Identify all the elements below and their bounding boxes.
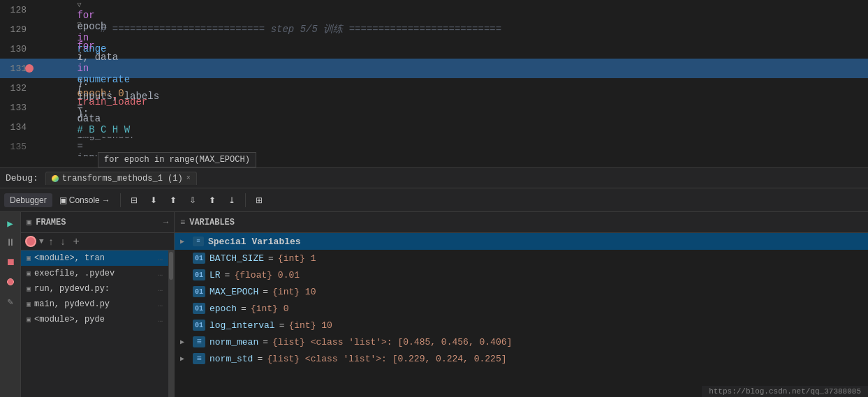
step-into-btn[interactable]: ⇩: [184, 193, 202, 207]
var-log-interval[interactable]: 01 log_interval = {int} 10: [175, 317, 868, 334]
breakpoints-btn[interactable]: [2, 274, 19, 290]
frames-area: ▣ <module>, tran … ▣ execfile, .pydev … …: [21, 250, 174, 397]
frame-text-0: <module>, tran: [34, 253, 105, 263]
var-norm-mean[interactable]: ▶ ≡ norm_mean = {list} <class 'list'>: […: [175, 334, 868, 350]
line-num-128: 128: [0, 5, 35, 15]
lr-type: 01: [193, 269, 205, 280]
step-down-icon: ⬇: [150, 195, 157, 205]
pause-btn[interactable]: ⏸: [2, 234, 19, 251]
frames-up-btn[interactable]: ↑: [47, 235, 56, 248]
logint-name: log_interval: [209, 320, 275, 331]
action-bar: ▶ ⏸ ⏹ ✎: [0, 212, 21, 397]
var-batch-size[interactable]: 01 BATCH_SIZE = {int} 1: [175, 250, 868, 267]
logint-value: {int} 10: [288, 320, 332, 331]
line-num-130: 130: [0, 44, 35, 54]
line-num-131: 131: [0, 63, 35, 74]
var-epoch[interactable]: 01 epoch = {int} 0: [175, 300, 868, 317]
frame-item-4[interactable]: ▣ <module>, pyde …: [21, 312, 168, 327]
mute-btn[interactable]: ✎: [2, 293, 19, 310]
stop-btn[interactable]: ⏹: [2, 254, 19, 271]
var-norm-std[interactable]: ▶ ≡ norm_std = {list} <class 'list'>: [0…: [175, 350, 868, 367]
special-vars-label: Special Variables: [208, 237, 301, 247]
special-variables-item[interactable]: ▶ ≡ Special Variables: [175, 233, 868, 250]
maxepoch-eq: =: [263, 287, 268, 297]
debug-label: Debug:: [6, 173, 38, 183]
frames-list: ▣ <module>, tran … ▣ execfile, .pydev … …: [21, 250, 168, 397]
breakpoint-131[interactable]: [25, 64, 34, 73]
frame-text-1: execfile, .pydev: [34, 269, 115, 278]
epoch-eq: =: [241, 304, 247, 314]
frame-item-0[interactable]: ▣ <module>, tran …: [21, 250, 168, 266]
variables-panel: ≡ Variables ▶ ≡ Special Variables 01 BAT…: [175, 212, 868, 397]
debug-panels: ▶ ⏸ ⏹ ✎ ▣ Frames → ▼ ↑ ↓ + ▣: [0, 212, 868, 397]
normmean-type: ≡: [193, 336, 205, 347]
epoch-type: 01: [193, 303, 205, 314]
fold-icon-131: ▽: [77, 20, 81, 29]
frame-icon-3: ▣: [27, 300, 31, 308]
frame-icon-1: ▣: [27, 269, 31, 278]
var-lr[interactable]: 01 LR = {float} 0.01: [175, 267, 868, 283]
frame-ellipsis-4: …: [158, 315, 163, 324]
variables-icon: ≡: [180, 218, 185, 227]
frame-text-4: <module>, pyde: [34, 315, 105, 324]
frame-icon-4: ▣: [27, 315, 31, 324]
normmean-expand: ▶: [180, 338, 189, 346]
frames-icon: ⊞: [256, 195, 263, 205]
debugger-label: Debugger: [10, 195, 47, 205]
frames-arrow: →: [163, 218, 168, 227]
frame-item-1[interactable]: ▣ execfile, .pydev …: [21, 266, 168, 281]
status-url: https://blog.csdn.net/qq_37388085: [709, 387, 861, 396]
frames-label: Frames: [36, 218, 66, 227]
step-out-btn[interactable]: ⬆: [203, 193, 221, 207]
frames-down-btn[interactable]: ↓: [59, 235, 68, 248]
code-line-134: 134: [0, 117, 868, 137]
line-num-133: 133: [0, 103, 35, 113]
add-frames-btn[interactable]: +: [71, 235, 82, 248]
eq-135: =: [77, 141, 89, 152]
frames-scrollbar[interactable]: [168, 250, 174, 397]
console-icon: ▣: [59, 195, 67, 205]
normmean-name: norm_mean: [209, 337, 258, 347]
frame-ellipsis-1: …: [158, 269, 163, 278]
step-over-btn[interactable]: ⊟: [125, 193, 143, 207]
frame-item-3[interactable]: ▣ main, pydevd.py …: [21, 297, 168, 312]
lr-value: {float} 0.01: [234, 270, 300, 280]
normmean-value: {list} <class 'list'>: [0.485, 0.456, 0.…: [272, 337, 512, 347]
vars-i-data: i, data: [77, 52, 124, 63]
frame-item-2[interactable]: ▣ run, pydevd.py: …: [21, 281, 168, 297]
indent-131: [77, 29, 101, 40]
debug-dot-ctrl: [25, 236, 36, 247]
tab-name: transforms_methods_1 (1): [62, 174, 183, 183]
indent-133: [77, 80, 147, 91]
console-button[interactable]: ▣ Console →: [54, 193, 116, 207]
step-down-btn[interactable]: ⬇: [145, 193, 163, 207]
toolbar-separator-2: [245, 193, 246, 207]
var-max-epoch[interactable]: 01 MAX_EPOCH = {int} 10: [175, 283, 868, 300]
resume-btn[interactable]: ▶: [2, 215, 19, 232]
debug-tab[interactable]: transforms_methods_1 (1) ×: [45, 172, 197, 185]
step-up-btn[interactable]: ⬆: [164, 193, 182, 207]
frames-btn[interactable]: ⊞: [250, 193, 268, 207]
special-type-badge: ≡: [193, 237, 204, 246]
debug-tab-bar: Debug: transforms_methods_1 (1) ×: [0, 167, 868, 188]
tab-close-btn[interactable]: ×: [186, 174, 191, 182]
frames-panel: ▣ Frames → ▼ ↑ ↓ + ▣ <module>, tran … ▣: [21, 212, 175, 397]
code-editor: 128 129 # ========================== ste…: [0, 0, 868, 167]
variables-label: Variables: [189, 218, 235, 227]
frame-icon-2: ▣: [27, 285, 31, 293]
var-inputs: inputs, labels: [77, 91, 165, 102]
normmean-eq: =: [263, 337, 268, 347]
line-num-132: 132: [0, 83, 35, 93]
lr-eq: =: [225, 270, 230, 280]
frame-text-2: run, pydevd.py:: [34, 284, 110, 294]
stack-controls: ▼ ↑ ↓ +: [21, 233, 174, 250]
frames-icon-header: ▣: [27, 217, 31, 227]
variables-list: ▶ ≡ Special Variables 01 BATCH_SIZE = {i…: [175, 233, 868, 397]
line-num-129: 129: [0, 24, 35, 35]
frame-ellipsis-3: …: [158, 300, 163, 308]
run-cursor-btn[interactable]: ⤓: [223, 193, 241, 207]
frame-ellipsis-0: …: [158, 254, 163, 262]
variables-header: ≡ Variables: [175, 212, 868, 233]
run-cursor-icon: ⤓: [228, 195, 235, 205]
debugger-button[interactable]: Debugger: [4, 193, 52, 207]
